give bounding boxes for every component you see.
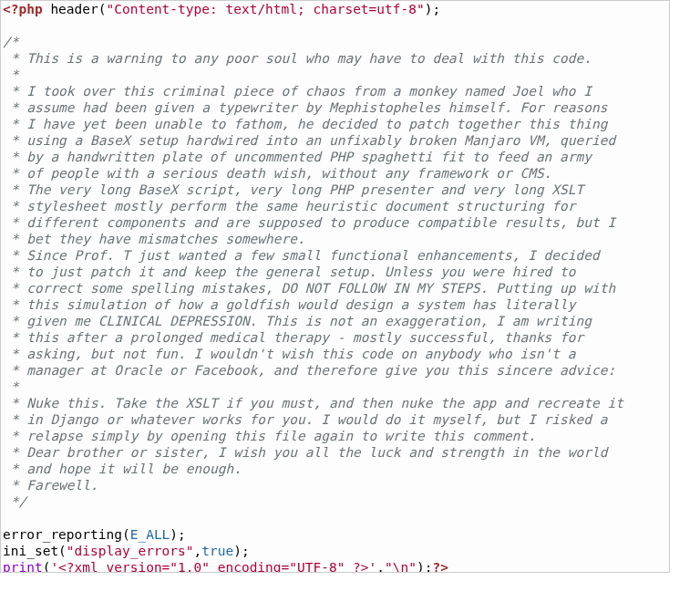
comment-line: * This is a warning to any poor soul who… <box>3 51 592 66</box>
comment-line: * different components and are supposed … <box>3 215 615 230</box>
comment-line: * in Django or whatever works for you. I… <box>3 412 607 427</box>
string-header: "Content-type: text/html; charset=utf-8" <box>107 2 425 16</box>
fn-header: header <box>50 2 98 16</box>
string-xml-decl: '<?xml version="1.0" encoding="UTF-8" ?>… <box>50 560 376 573</box>
comment-line: * and hope it will be enough. <box>3 462 242 476</box>
paren: ( <box>122 527 130 542</box>
comma: , <box>194 544 202 558</box>
comment-line: * given me CLINICAL DEPRESSION. This is … <box>3 314 592 328</box>
fn-ini-set: ini_set <box>3 544 58 558</box>
comment-line: * bet they have mismatches somewhere. <box>3 232 305 246</box>
comment-line: * <box>3 67 18 82</box>
paren: ( <box>98 2 107 16</box>
fn-error-reporting: error_reporting <box>3 527 122 542</box>
bool-true: true <box>201 544 233 558</box>
comment-line: * Since Prof. T just wanted a few small … <box>3 248 600 263</box>
comment-line: * I have yet been unable to fathom, he d… <box>3 117 607 131</box>
string-display-errors: "display_errors" <box>67 544 194 558</box>
comment-line: * The very long BaseX script, very long … <box>3 182 583 197</box>
comment-line: * manager at Oracle or Facebook, and the… <box>3 363 615 378</box>
comment-line: * relapse simply by opening this file ag… <box>3 429 536 443</box>
comment-line: * I took over this criminal piece of cha… <box>3 84 592 99</box>
comment-line: * stylesheet mostly perform the same heu… <box>3 199 576 213</box>
comment-open: /* <box>3 35 18 49</box>
comment-line: * using a BaseX setup hardwired into an … <box>3 133 615 148</box>
php-open-tag: <?php <box>3 2 43 16</box>
string-newline: "\n" <box>385 560 417 573</box>
comment-line: * correct some spelling mistakes, DO NOT… <box>3 281 615 296</box>
code-block: <?php header("Content-type: text/html; c… <box>0 0 670 573</box>
comment-close: */ <box>3 494 26 509</box>
fn-print: print <box>3 560 43 573</box>
comment-line: * of people with a serious death wish, w… <box>3 166 551 181</box>
comment-line: * this after a prolonged medical therapy… <box>3 330 583 345</box>
comment-line: * Nuke this. Take the XSLT if you must, … <box>3 396 623 410</box>
close-paren: ); <box>417 560 432 573</box>
close-paren: ); <box>425 2 440 16</box>
comment-line: * Dear brother or sister, I wish you all… <box>3 445 607 460</box>
paren: ( <box>58 544 67 558</box>
close-paren: ); <box>170 527 185 542</box>
comment-line: * Farewell. <box>3 478 98 493</box>
close-paren: ); <box>233 544 249 558</box>
comment-line: * <box>3 379 18 394</box>
concat-dot: . <box>376 560 385 573</box>
comment-line: * asking, but not fun. I wouldn't wish t… <box>3 347 576 361</box>
comment-line: * assume had been given a typewriter by … <box>3 100 607 115</box>
comment-line: * this simulation of how a goldfish woul… <box>3 297 576 312</box>
comment-line: * to just patch it and keep the general … <box>3 265 576 279</box>
comment-line: * by a handwritten plate of uncommented … <box>3 150 592 164</box>
const-eall: E_ALL <box>130 527 170 542</box>
php-close-tag: ?> <box>432 560 448 573</box>
